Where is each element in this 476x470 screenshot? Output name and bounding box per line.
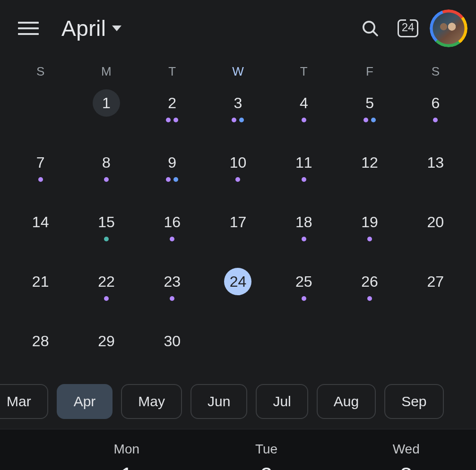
day-cell[interactable]: 6 <box>403 79 468 138</box>
day-cell[interactable]: 27 <box>403 257 468 317</box>
calendar-today-icon: 24 <box>398 19 419 37</box>
account-avatar[interactable] <box>434 14 463 43</box>
event-dots <box>235 177 240 183</box>
event-dots <box>232 118 244 123</box>
month-chip-jun[interactable]: Jun <box>190 384 247 419</box>
day-cell[interactable]: 24 <box>205 257 271 317</box>
event-dots <box>170 296 174 302</box>
event-dot <box>363 118 368 122</box>
day-number: 19 <box>356 208 383 236</box>
day-number: 18 <box>290 208 318 236</box>
dow-label: T <box>271 64 337 79</box>
event-dots <box>166 118 178 123</box>
day-number: 20 <box>422 208 449 236</box>
event-dots <box>104 237 109 242</box>
dow-label: S <box>8 64 73 79</box>
dow-label: M <box>73 64 139 79</box>
week-day-number: 3 <box>400 462 412 470</box>
month-dropdown[interactable]: April <box>61 16 121 41</box>
day-number: 12 <box>356 149 383 176</box>
day-cell[interactable]: 14 <box>8 198 73 257</box>
event-dots <box>367 296 372 302</box>
event-dot <box>173 118 178 122</box>
event-dots <box>433 118 438 123</box>
day-number: 11 <box>290 149 318 176</box>
day-cell[interactable]: 21 <box>8 257 73 317</box>
event-dots <box>38 177 43 183</box>
today-button[interactable]: 24 <box>394 14 422 43</box>
dow-label: T <box>139 64 205 79</box>
week-day-column[interactable]: Wed3 <box>336 429 476 470</box>
day-cell[interactable]: 15 <box>73 198 139 257</box>
week-day-number: 1 <box>121 462 133 470</box>
event-dots <box>104 296 109 302</box>
day-cell[interactable]: 3 <box>205 79 271 138</box>
day-number: 28 <box>27 327 54 355</box>
day-number: 10 <box>224 149 251 176</box>
day-cell[interactable]: 10 <box>205 138 271 198</box>
day-cell[interactable]: 16 <box>139 198 205 257</box>
week-day-number: 2 <box>260 462 273 470</box>
event-dots <box>170 237 174 242</box>
menu-icon[interactable] <box>18 18 39 39</box>
day-cell[interactable]: 30 <box>139 317 205 376</box>
month-chip-aug[interactable]: Aug <box>317 384 376 419</box>
day-number: 7 <box>27 149 54 176</box>
day-cell[interactable]: 12 <box>337 138 402 198</box>
day-cell[interactable]: 2 <box>139 79 205 138</box>
day-cell[interactable]: 17 <box>205 198 271 257</box>
event-dot <box>166 177 171 182</box>
day-cell[interactable]: 22 <box>73 257 139 317</box>
event-dots <box>302 118 306 123</box>
week-day-column[interactable]: Mon1 <box>57 429 197 470</box>
day-cell[interactable]: 13 <box>403 138 468 198</box>
day-number: 16 <box>158 208 186 236</box>
day-number: 17 <box>224 208 251 236</box>
event-dots <box>302 237 306 242</box>
chevron-down-icon <box>112 26 121 31</box>
event-dots <box>367 237 372 242</box>
current-month-label: April <box>61 16 106 41</box>
dow-label: F <box>337 64 402 79</box>
day-number: 24 <box>224 268 251 295</box>
day-cell[interactable]: 7 <box>8 138 73 198</box>
day-number: 30 <box>158 327 186 355</box>
day-number: 15 <box>93 208 120 236</box>
event-dots <box>363 118 376 123</box>
event-dot <box>166 118 171 122</box>
event-dot <box>104 177 109 182</box>
event-dot <box>367 237 372 241</box>
event-dot <box>302 118 306 122</box>
day-cell[interactable]: 8 <box>73 138 139 198</box>
day-cell[interactable]: 23 <box>139 257 205 317</box>
day-number: 1 <box>93 89 120 117</box>
search-icon[interactable] <box>356 14 384 43</box>
day-cell[interactable]: 25 <box>271 257 337 317</box>
month-chip-apr[interactable]: Apr <box>57 384 113 419</box>
day-cell[interactable]: 29 <box>73 317 139 376</box>
month-chip-may[interactable]: May <box>121 384 182 419</box>
month-chip-sep[interactable]: Sep <box>384 384 443 419</box>
month-chip-mar[interactable]: Mar <box>0 384 48 419</box>
day-cell[interactable]: 4 <box>271 79 337 138</box>
day-number: 14 <box>27 208 54 236</box>
day-cell[interactable]: 26 <box>337 257 402 317</box>
day-cell[interactable]: 9 <box>139 138 205 198</box>
week-day-label: Tue <box>255 442 277 457</box>
event-dot <box>235 177 240 182</box>
month-chip-jul[interactable]: Jul <box>256 384 308 419</box>
event-dot <box>302 237 306 241</box>
day-cell[interactable]: 19 <box>337 198 402 257</box>
week-day-column[interactable]: Tue2 <box>197 429 337 470</box>
day-number: 29 <box>93 327 120 355</box>
day-cell[interactable]: 18 <box>271 198 337 257</box>
event-dot <box>104 237 109 241</box>
day-number: 23 <box>158 268 186 295</box>
event-dot <box>433 118 438 122</box>
day-cell[interactable]: 11 <box>271 138 337 198</box>
event-dot <box>104 296 109 301</box>
day-cell[interactable]: 5 <box>337 79 402 138</box>
day-cell[interactable]: 20 <box>403 198 468 257</box>
day-cell[interactable]: 1 <box>73 79 139 138</box>
day-cell[interactable]: 28 <box>8 317 73 376</box>
